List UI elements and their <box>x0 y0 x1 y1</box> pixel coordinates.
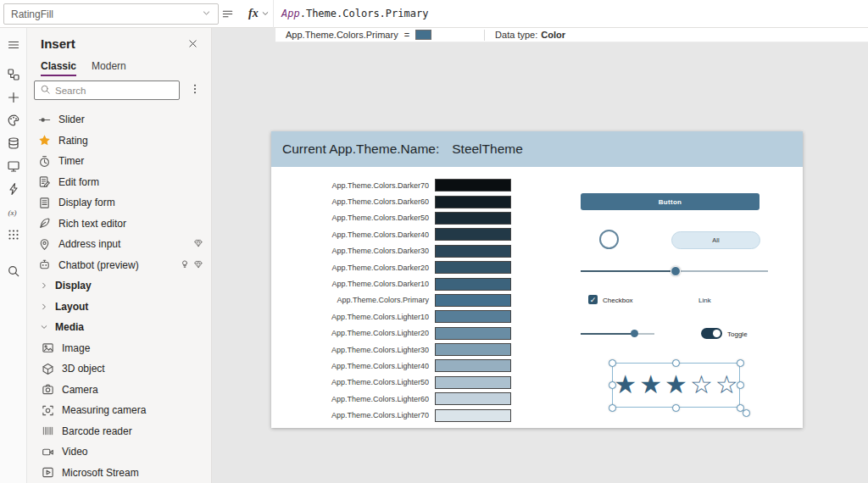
rating-star-2[interactable]: ★ <box>639 372 662 397</box>
premium-icon <box>193 236 203 252</box>
stream-icon <box>41 466 54 480</box>
search-input[interactable] <box>55 86 167 96</box>
variables-icon[interactable]: (x) <box>0 200 27 223</box>
sample-button[interactable]: Button <box>581 193 760 210</box>
insert-item-label: Media <box>55 321 84 333</box>
insert-item-rich-text-editor[interactable]: Rich text editor <box>27 214 212 235</box>
swatch-color-chip <box>435 228 511 241</box>
property-selector-dropdown[interactable]: RatingFill <box>3 3 219 25</box>
formula-input[interactable]: App.Theme.Colors.Primary <box>281 8 428 19</box>
insert-panel: Insert Classic Modern SliderRatingTimerE… <box>27 28 212 483</box>
insert-item-display-form[interactable]: Display form <box>27 192 212 214</box>
menu-icon[interactable] <box>0 33 27 56</box>
power-automate-icon[interactable] <box>0 177 27 200</box>
insert-item-chatbot-preview[interactable]: Chatbot (preview) <box>27 255 212 276</box>
sample-link[interactable]: Link <box>698 297 711 304</box>
selection-handle-9[interactable] <box>743 409 750 417</box>
selection-handle-1[interactable] <box>609 359 616 367</box>
swatch-label: App.Theme.Colors.Lighter40 <box>331 362 429 370</box>
display-form-icon <box>37 196 51 209</box>
rating-star-4[interactable]: ☆ <box>690 372 713 397</box>
swatch-color-chip <box>435 294 511 307</box>
insert-item-label: Video <box>62 446 87 458</box>
toggle-knob <box>713 330 721 337</box>
insert-plus-icon[interactable] <box>0 86 27 108</box>
slider-track-empty <box>676 270 768 272</box>
insert-item-3d-object[interactable]: 3D object <box>27 358 212 380</box>
swatch-label: App.Theme.Colors.Darker30 <box>331 247 429 255</box>
selection-handle-5[interactable] <box>737 381 744 389</box>
swatch-label: App.Theme.Colors.Lighter30 <box>331 346 429 354</box>
insert-item-label: Measuring camera <box>62 404 146 416</box>
swatch-row-darker60: App.Theme.Colors.Darker60 <box>271 193 511 209</box>
insert-item-camera[interactable]: Camera <box>27 380 212 401</box>
insert-item-layout[interactable]: Layout <box>27 297 212 318</box>
insert-item-microsoft-stream[interactable]: Microsoft Stream <box>27 463 212 483</box>
fx-button[interactable]: fx <box>248 6 270 21</box>
apps-grid-icon[interactable] <box>0 223 27 246</box>
sample-pill-button[interactable]: All <box>671 231 760 249</box>
insert-item-edit-form[interactable]: Edit form <box>27 172 212 193</box>
insert-item-media[interactable]: Media <box>27 317 212 338</box>
chevron-down-icon <box>39 323 49 331</box>
insert-item-video[interactable]: Video <box>27 441 212 463</box>
insert-item-slider[interactable]: Slider <box>27 109 212 130</box>
rating-control[interactable]: ★★★☆☆ <box>612 360 740 408</box>
slider2-handle[interactable] <box>631 330 638 337</box>
insert-item-display[interactable]: Display <box>27 275 212 297</box>
swatch-row-lighter50: App.Theme.Colors.Lighter50 <box>271 375 511 391</box>
rating-star-3[interactable]: ★ <box>665 372 687 397</box>
swatch-color-chip <box>435 179 511 192</box>
chevron-down-icon <box>261 6 270 21</box>
rating-star-1[interactable]: ★ <box>614 372 637 397</box>
swatch-label: App.Theme.Colors.Lighter10 <box>331 313 429 321</box>
selection-handle-3[interactable] <box>737 359 744 367</box>
swatch-label: App.Theme.Colors.Lighter20 <box>331 329 429 337</box>
formula-bar: RatingFill fx App.Theme.Colors.Primary <box>0 0 868 28</box>
insert-item-label: Slider <box>58 114 85 125</box>
media-screen-icon[interactable] <box>0 154 27 177</box>
slider-track-filled <box>581 270 676 272</box>
close-icon[interactable] <box>187 37 201 51</box>
sample-circle-control[interactable] <box>599 230 619 249</box>
equals-sign: = <box>404 30 409 40</box>
selection-handle-7[interactable] <box>672 404 680 412</box>
camera-icon <box>41 383 54 397</box>
item-badges <box>180 255 203 276</box>
swatch-row-darker20: App.Theme.Colors.Darker20 <box>271 259 511 275</box>
format-text-icon[interactable] <box>221 8 234 24</box>
tab-modern[interactable]: Modern <box>92 60 126 76</box>
data-sources-icon[interactable] <box>0 131 27 154</box>
slider2-track-filled <box>581 333 634 335</box>
tab-classic[interactable]: Classic <box>41 60 76 76</box>
sample-checkbox[interactable]: ✓ <box>588 295 598 304</box>
rich-text-icon <box>37 217 51 230</box>
slider-handle[interactable] <box>670 266 681 276</box>
insert-item-timer[interactable]: Timer <box>27 151 212 172</box>
swatch-row-lighter20: App.Theme.Colors.Lighter20 <box>271 325 511 341</box>
insert-item-label: Display form <box>58 197 115 208</box>
swatch-row-darker70: App.Theme.Colors.Darker70 <box>271 177 511 193</box>
swatch-label: App.Theme.Colors.Darker10 <box>331 280 429 288</box>
swatch-label: App.Theme.Colors.Darker70 <box>331 181 429 190</box>
app-screen[interactable]: Current App.Theme.Name: SteelTheme App.T… <box>271 131 803 428</box>
selection-handle-6[interactable] <box>609 404 616 412</box>
cube-icon <box>41 362 54 375</box>
swatch-color-chip <box>435 261 511 274</box>
design-canvas[interactable]: Current App.Theme.Name: SteelTheme App.T… <box>212 28 868 483</box>
insert-item-address-input[interactable]: Address input <box>27 234 212 255</box>
rating-star-5[interactable]: ☆ <box>715 372 738 397</box>
search-icon[interactable] <box>0 259 27 282</box>
insert-item-rating[interactable]: Rating <box>27 130 212 152</box>
insert-item-label: 3D object <box>62 363 105 375</box>
sample-toggle[interactable] <box>701 328 722 339</box>
selection-handle-4[interactable] <box>609 381 616 389</box>
selection-handle-2[interactable] <box>672 359 680 367</box>
insert-item-barcode-reader[interactable]: Barcode reader <box>27 421 212 442</box>
insert-item-measuring-camera[interactable]: Measuring camera <box>27 400 212 421</box>
tree-view-icon[interactable] <box>0 63 27 86</box>
more-options-icon[interactable] <box>189 83 201 98</box>
theme-paint-icon[interactable] <box>0 108 27 131</box>
swatch-row-darker40: App.Theme.Colors.Darker40 <box>271 226 511 242</box>
insert-item-image[interactable]: Image <box>27 338 212 359</box>
